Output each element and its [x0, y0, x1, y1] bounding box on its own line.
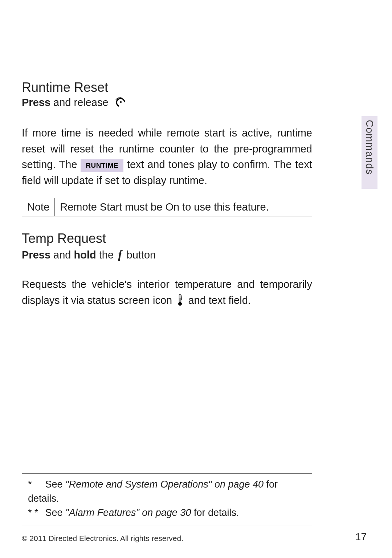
instr-rest2: the: [96, 249, 117, 261]
remote-start-icon: [114, 97, 127, 110]
fn1-em: "Remote and System Operations" on page 4…: [65, 479, 264, 490]
press-bold-2: Press: [22, 249, 50, 261]
page-number: 17: [355, 531, 367, 543]
instr-mid: and: [50, 249, 74, 261]
f-button-icon: f: [117, 248, 123, 261]
press-bold: Press: [22, 97, 50, 108]
fn1-pre: See: [45, 479, 66, 490]
thermometer-icon: [177, 294, 183, 311]
runtime-tag: RUNTIME: [81, 159, 123, 172]
body2-part1: Requests the vehicle's interior temperat…: [22, 278, 312, 306]
page: Commands Runtime Reset Press and release…: [0, 0, 392, 558]
note-label: Note: [22, 198, 55, 216]
svg-point-0: [115, 99, 117, 100]
svg-point-3: [120, 97, 121, 98]
instr-text: and release: [50, 97, 111, 108]
instruction-runtime-reset: Press and release: [22, 97, 312, 110]
fn2-post: for details.: [191, 507, 239, 518]
svg-rect-7: [180, 298, 180, 303]
hold-bold: hold: [74, 249, 96, 261]
side-tab-label: Commands: [364, 120, 375, 175]
body-temp-request: Requests the vehicle's interior temperat…: [22, 277, 312, 310]
instruction-temp-request: Press and hold the f button: [22, 248, 312, 261]
fn2-em: "Alarm Features" on page 30: [65, 507, 191, 518]
side-tab-commands: Commands: [362, 116, 377, 189]
footnote-2: * * See "Alarm Features" on page 30 for …: [28, 506, 306, 520]
star-2: * *: [28, 506, 42, 520]
footnote-box: * See "Remote and System Operations" on …: [22, 473, 312, 525]
body2-part2: and text field.: [188, 294, 251, 306]
svg-point-2: [118, 97, 119, 98]
section-title-temp-request: Temp Request: [22, 231, 312, 246]
copyright: © 2011 Directed Electronics. All rights …: [22, 534, 183, 543]
instr-tail: button: [123, 249, 156, 261]
svg-point-4: [120, 101, 121, 103]
fn2-pre: See: [45, 507, 66, 518]
note-box: Note Remote Start must be On to use this…: [22, 198, 312, 216]
svg-point-1: [117, 98, 118, 99]
body-runtime-reset: If more time is needed while remote star…: [22, 125, 312, 188]
footnote-1: * See "Remote and System Operations" on …: [28, 477, 306, 506]
note-text: Remote Start must be On to use this feat…: [55, 198, 274, 216]
section-title-runtime-reset: Runtime Reset: [22, 80, 312, 95]
main-content: Runtime Reset Press and release If more …: [22, 80, 312, 310]
star-1: *: [28, 477, 42, 492]
